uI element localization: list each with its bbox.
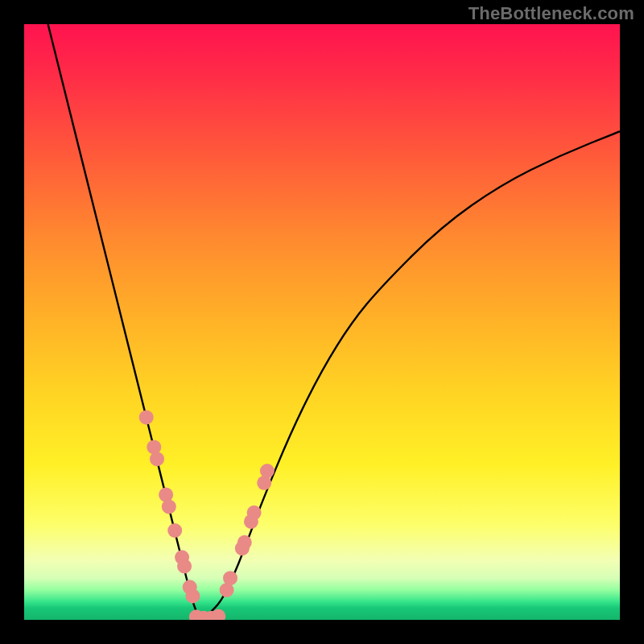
- marker-dot: [237, 535, 252, 550]
- marker-dot: [139, 410, 154, 424]
- watermark-text: TheBottleneck.com: [469, 3, 634, 24]
- bottleneck-curve: [48, 24, 620, 618]
- marker-dot: [167, 523, 182, 538]
- marker-dot: [185, 588, 200, 603]
- marker-dot: [247, 506, 262, 520]
- marker-dot: [150, 452, 164, 466]
- plot-frame: [24, 24, 620, 620]
- marker-dot: [177, 559, 192, 573]
- valley-dots: [189, 609, 225, 620]
- chart-stage: TheBottleneck.com: [0, 0, 644, 644]
- marker-dot: [260, 464, 275, 478]
- right-branch-dots: [220, 464, 275, 597]
- left-branch-dots: [139, 410, 200, 603]
- curve-layer: [24, 24, 620, 620]
- marker-dot: [223, 571, 237, 585]
- marker-dot: [162, 499, 176, 514]
